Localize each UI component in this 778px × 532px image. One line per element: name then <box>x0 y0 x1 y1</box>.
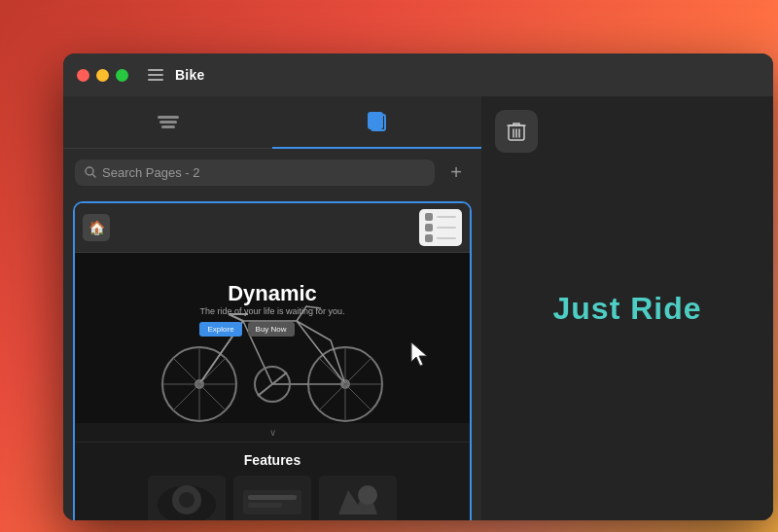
svg-point-23 <box>358 485 377 505</box>
page-title: Just Ride <box>552 291 701 327</box>
delete-page-button[interactable] <box>495 110 538 153</box>
page-preview-subtitle: The ride of your life is waiting for you… <box>199 306 344 316</box>
action-line <box>437 227 456 229</box>
explore-button[interactable]: Explore <box>199 322 241 337</box>
main-area: Search Pages - 2 + 🏠 <box>63 96 773 520</box>
page-card-actions[interactable] <box>419 209 462 246</box>
close-button[interactable] <box>77 69 89 82</box>
action-dot <box>425 213 433 221</box>
svg-rect-20 <box>243 490 301 514</box>
page-preview-buttons: Explore Buy Now <box>199 322 344 337</box>
layer-line <box>158 116 179 119</box>
tab-layers[interactable] <box>63 96 272 148</box>
action-dot <box>425 224 433 231</box>
right-panel: Just Ride <box>481 96 773 520</box>
action-row <box>425 213 456 221</box>
window-title: Bike <box>175 67 204 83</box>
search-icon <box>85 166 96 178</box>
svg-rect-21 <box>248 495 297 500</box>
page-preview-bottom: Features <box>75 442 470 520</box>
hamburger-line <box>148 69 163 71</box>
hamburger-line <box>148 79 163 81</box>
minimize-button[interactable] <box>96 69 109 82</box>
layers-icon <box>158 116 179 128</box>
page-preview: Dynamic The ride of your life is waiting… <box>75 253 470 423</box>
action-row <box>425 224 456 231</box>
bike-preview-content: Dynamic The ride of your life is waiting… <box>75 253 470 423</box>
home-icon: 🏠 <box>83 214 110 241</box>
pages-icon-front <box>368 112 383 129</box>
svg-rect-22 <box>248 503 282 508</box>
sidebar: Search Pages - 2 + 🏠 <box>63 96 481 520</box>
svg-point-19 <box>179 492 194 508</box>
sidebar-tabs <box>63 96 481 149</box>
action-line <box>437 216 456 218</box>
pages-icon <box>368 112 387 133</box>
pages-list[interactable]: 🏠 <box>63 195 481 520</box>
search-placeholder: Search Pages - 2 <box>102 165 199 180</box>
action-row <box>425 234 456 242</box>
buy-now-button[interactable]: Buy Now <box>248 322 295 337</box>
features-title: Features <box>85 452 460 468</box>
app-window: Bike <box>63 53 773 520</box>
search-bar[interactable]: Search Pages - 2 <box>75 160 435 186</box>
page-card-home[interactable]: 🏠 <box>73 201 472 520</box>
title-bar: Bike <box>63 53 773 96</box>
svg-line-1 <box>92 174 95 177</box>
search-bar-container: Search Pages - 2 + <box>63 149 481 195</box>
hamburger-menu-icon[interactable] <box>148 69 163 81</box>
tab-pages[interactable] <box>272 96 481 148</box>
traffic-lights <box>77 69 128 82</box>
layer-line <box>159 121 177 124</box>
page-preview-title: Dynamic <box>199 281 344 306</box>
action-line <box>437 237 456 239</box>
hamburger-line <box>148 74 163 76</box>
svg-line-16 <box>258 384 272 396</box>
maximize-button[interactable] <box>116 69 128 82</box>
trash-icon <box>507 121 526 142</box>
scroll-indicator: ∨ <box>75 423 470 442</box>
action-dot <box>425 234 433 242</box>
add-page-button[interactable]: + <box>442 159 470 186</box>
svg-line-15 <box>272 372 287 384</box>
layer-line <box>161 125 175 128</box>
page-card-header: 🏠 <box>75 203 470 253</box>
